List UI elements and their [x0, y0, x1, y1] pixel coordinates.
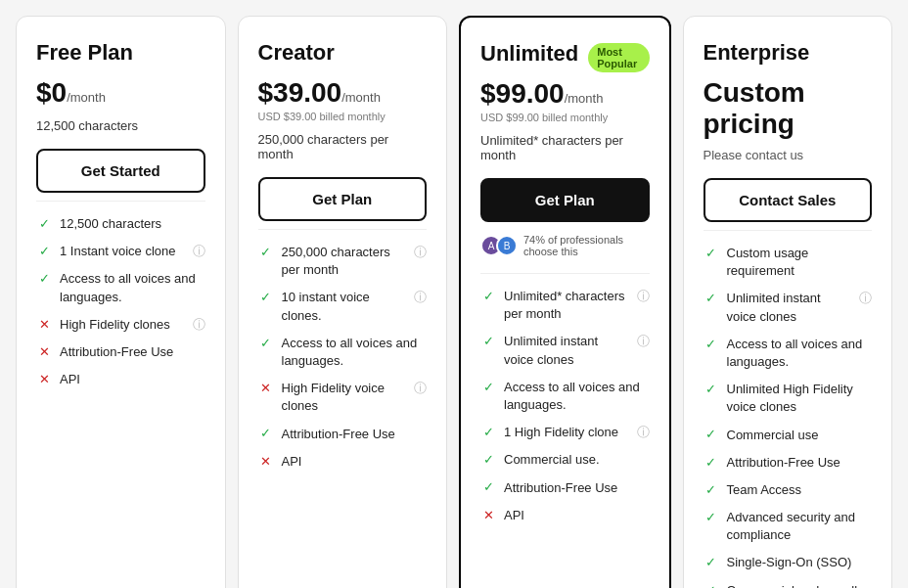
feature-list-enterprise: ✓Custom usage requirement✓Unlimited inst… — [704, 245, 873, 588]
plan-btn-enterprise[interactable]: Contact Sales — [704, 178, 873, 222]
feature-text: Unlimited High Fidelity voice clones — [727, 381, 873, 416]
check-icon: ✓ — [36, 244, 52, 259]
feature-text: 1 Instant voice clone — [60, 243, 176, 260]
feature-text: Access to all voices and languages. — [727, 336, 873, 371]
plan-btn-creator[interactable]: Get Plan — [258, 177, 428, 221]
feature-item: ✓Advanced security and compliance — [704, 509, 873, 544]
check-icon: ✓ — [258, 290, 274, 305]
plan-name-free: Free Plan — [36, 40, 133, 66]
info-icon[interactable]: ⓘ — [414, 380, 427, 397]
feature-text: 1 High Fidelity clone — [504, 424, 618, 441]
feature-item: ✕API — [258, 453, 428, 471]
check-icon: ✓ — [258, 245, 274, 260]
feature-item: ✓250,000 characters per monthⓘ — [258, 244, 428, 279]
feature-text: Unlimited instant voice clones — [504, 333, 629, 368]
check-icon: ✓ — [480, 380, 496, 395]
feature-text: Access to all voices and languages. — [504, 379, 650, 414]
feature-item: ✓12,500 characters — [36, 215, 205, 233]
feature-item: ✕High Fidelity voice clonesⓘ — [258, 380, 428, 415]
check-icon: ✓ — [704, 510, 719, 525]
feature-text: Access to all voices and languages. — [282, 335, 428, 370]
check-icon: ✓ — [480, 452, 496, 468]
feature-text: Attribution-Free Use — [727, 454, 840, 472]
info-icon[interactable]: ⓘ — [193, 316, 205, 334]
custom-pricing-label: Custom pricing — [704, 77, 873, 140]
feature-text: Access to all voices and languages. — [60, 270, 205, 305]
divider — [258, 229, 428, 230]
plan-price-unlimited: $99.00/month — [480, 78, 650, 110]
check-icon: ✓ — [36, 271, 52, 287]
feature-item: ✓10 instant voice clones.ⓘ — [258, 289, 428, 324]
feature-text: Commercial use. — [504, 451, 600, 469]
feature-text: API — [282, 453, 302, 471]
divider — [36, 201, 205, 202]
cross-icon: ✕ — [258, 454, 274, 470]
check-icon: ✓ — [704, 482, 719, 498]
most-popular-badge: Most Popular — [588, 43, 649, 72]
feature-list-free: ✓12,500 characters✓1 Instant voice clone… — [36, 215, 205, 388]
feature-list-unlimited: ✓Unlimited* characters per monthⓘ✓Unlimi… — [480, 288, 650, 524]
feature-item: ✓Commercial and re-sell rights — [704, 582, 873, 588]
check-icon: ✓ — [480, 334, 496, 349]
feature-text: 250,000 characters per month — [282, 244, 407, 279]
feature-item: ✓Unlimited High Fidelity voice clones — [704, 381, 873, 416]
feature-item: ✕High Fidelity clonesⓘ — [36, 316, 205, 334]
divider — [480, 273, 650, 274]
info-icon[interactable]: ⓘ — [859, 290, 872, 307]
plan-billed-creator: USD $39.00 billed monthly — [258, 111, 428, 122]
check-icon: ✓ — [704, 382, 719, 397]
feature-text: 12,500 characters — [60, 215, 161, 233]
plan-card-enterprise: EnterpriseCustom pricingPlease contact u… — [683, 16, 893, 588]
plan-btn-unlimited[interactable]: Get Plan — [480, 178, 650, 222]
info-icon[interactable]: ⓘ — [637, 288, 650, 305]
plan-card-free: Free Plan$0/month12,500 charactersGet St… — [16, 16, 226, 588]
contact-label: Please contact us — [704, 148, 873, 162]
info-icon[interactable]: ⓘ — [637, 424, 650, 441]
feature-text: High Fidelity voice clones — [282, 380, 407, 415]
check-icon: ✓ — [704, 246, 719, 261]
feature-text: Custom usage requirement — [727, 245, 873, 280]
check-icon: ✓ — [258, 336, 274, 351]
check-icon: ✓ — [704, 555, 719, 570]
plan-name-enterprise: Enterprise — [704, 40, 810, 66]
social-proof: AB74% of professionals choose this — [480, 234, 650, 257]
plan-card-creator: Creator$39.00/monthUSD $39.00 billed mon… — [238, 16, 448, 588]
plan-btn-free[interactable]: Get Started — [36, 149, 205, 193]
feature-item: ✕API — [480, 507, 650, 524]
plan-chars-unlimited: Unlimited* characters per month — [480, 133, 650, 162]
plan-billed-unlimited: USD $99.00 billed monthly — [480, 112, 650, 123]
plan-chars-free: 12,500 characters — [36, 118, 205, 133]
plan-header-creator: Creator — [258, 40, 428, 73]
check-icon: ✓ — [480, 425, 496, 440]
feature-item: ✓Access to all voices and languages. — [258, 335, 428, 370]
info-icon[interactable]: ⓘ — [414, 244, 427, 261]
plan-chars-creator: 250,000 characters per month — [258, 132, 428, 161]
feature-text: Team Access — [727, 481, 802, 499]
cross-icon: ✕ — [36, 317, 52, 333]
feature-text: Unlimited instant voice clones — [727, 290, 852, 325]
feature-text: Attribution-Free Use — [60, 343, 173, 361]
check-icon: ✓ — [258, 427, 274, 442]
feature-text: Single-Sign-On (SSO) — [727, 554, 852, 571]
feature-item: ✓Unlimited* characters per monthⓘ — [480, 288, 650, 323]
plan-name-creator: Creator — [258, 40, 335, 66]
feature-item: ✓Attribution-Free Use — [480, 479, 650, 497]
cross-icon: ✕ — [36, 344, 52, 360]
feature-item: ✓Access to all voices and languages. — [480, 379, 650, 414]
pricing-container: Free Plan$0/month12,500 charactersGet St… — [16, 16, 892, 588]
feature-text: Commercial and re-sell rights — [727, 582, 873, 588]
feature-item: ✓Access to all voices and languages. — [36, 270, 205, 305]
cross-icon: ✕ — [258, 381, 274, 396]
check-icon: ✓ — [480, 289, 496, 304]
feature-item: ✕Attribution-Free Use — [36, 343, 205, 361]
plan-price-free: $0/month — [36, 77, 205, 109]
info-icon[interactable]: ⓘ — [414, 289, 427, 306]
feature-item: ✓Commercial use. — [480, 451, 650, 469]
plan-name-unlimited: Unlimited — [480, 41, 578, 67]
plan-header-enterprise: Enterprise — [704, 40, 873, 73]
info-icon[interactable]: ⓘ — [637, 333, 650, 350]
check-icon: ✓ — [704, 583, 719, 588]
info-icon[interactable]: ⓘ — [193, 243, 205, 260]
feature-item: ✓Single-Sign-On (SSO) — [704, 554, 873, 571]
feature-item: ✓1 Instant voice cloneⓘ — [36, 243, 205, 260]
